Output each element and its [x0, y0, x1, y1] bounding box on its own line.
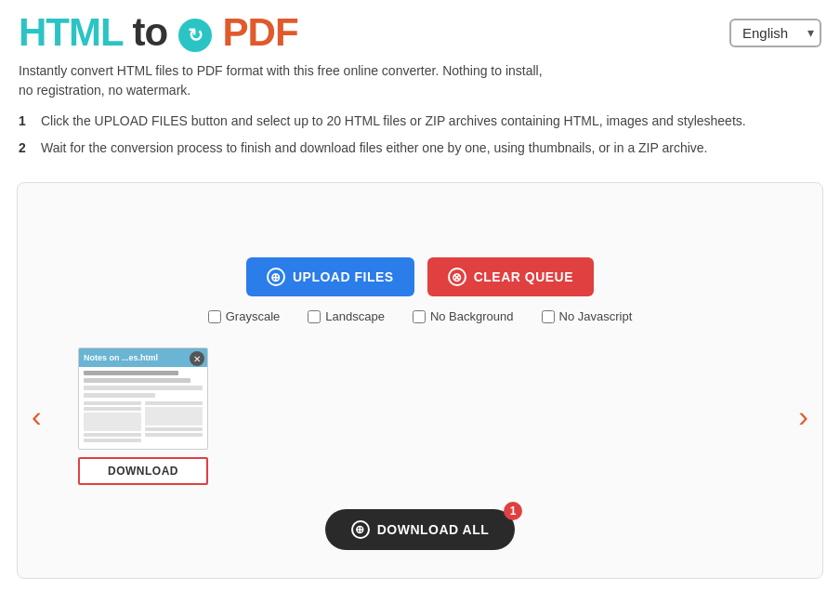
step-1-text: Click the UPLOAD FILES button and select… — [41, 111, 746, 131]
thumb-col-line-1 — [84, 401, 141, 405]
thumb-col-line-2 — [84, 407, 141, 411]
landscape-option[interactable]: Landscape — [308, 309, 385, 323]
thumb-col-line-6 — [145, 427, 203, 431]
thumb-line-2 — [84, 378, 190, 383]
step-1: 1 Click the UPLOAD FILES button and sele… — [19, 111, 821, 131]
file-thumb-header: Notes on ...es.html — [79, 348, 207, 367]
file-item: ✕ Notes on ...es.html — [73, 347, 213, 485]
main-area: ⊕ UPLOAD FILES ⊗ CLEAR QUEUE Grayscale L… — [17, 182, 823, 579]
description-text: Instantly convert HTML files to PDF form… — [19, 63, 543, 98]
download-all-icon: ⊕ — [351, 520, 370, 539]
download-all-label: DOWNLOAD ALL — [377, 522, 490, 537]
thumb-col-line-5 — [145, 401, 203, 405]
file-close-button[interactable]: ✕ — [190, 351, 204, 366]
no-javascript-option[interactable]: No Javascript — [542, 309, 633, 323]
clear-queue-button[interactable]: ⊗ CLEAR QUEUE — [427, 257, 594, 296]
step-2: 2 Wait for the conversion process to fin… — [19, 138, 821, 158]
logo-to: to — [133, 10, 168, 54]
thumb-line-3 — [84, 386, 203, 390]
step-1-num: 1 — [19, 111, 32, 131]
file-name: Notes on ...es.html — [84, 353, 158, 362]
logo-pdf: PDF — [223, 10, 298, 54]
download-all-badge: 1 — [504, 502, 522, 520]
next-arrow[interactable]: › — [794, 400, 813, 434]
upload-files-button[interactable]: ⊕ UPLOAD FILES — [246, 257, 414, 296]
logo-html: HTML — [19, 10, 123, 54]
thumb-col-block-1 — [84, 413, 141, 431]
thumb-col-block-2 — [145, 407, 203, 426]
grayscale-checkbox[interactable] — [208, 310, 221, 323]
grayscale-label: Grayscale — [226, 309, 281, 323]
no-background-option[interactable]: No Background — [413, 309, 514, 323]
prev-arrow[interactable]: ‹ — [27, 400, 46, 434]
download-file-label: DOWNLOAD — [108, 465, 178, 478]
clear-label: CLEAR QUEUE — [474, 269, 573, 284]
header: HTML to ↻ PDF English French German Span… — [0, 0, 840, 61]
thumb-line-1 — [84, 371, 178, 375]
thumb-cols — [84, 401, 203, 444]
download-file-button[interactable]: DOWNLOAD — [78, 457, 208, 485]
no-javascript-checkbox[interactable] — [542, 310, 555, 323]
download-all-button[interactable]: ⊕ DOWNLOAD ALL 1 — [325, 509, 516, 550]
files-area: ‹ ✕ Notes on ...es.html — [36, 342, 804, 491]
landscape-label: Landscape — [325, 309, 385, 323]
logo: HTML to ↻ PDF — [19, 13, 298, 52]
thumb-col-line-4 — [84, 439, 141, 442]
description: Instantly convert HTML files to PDF form… — [0, 61, 576, 111]
file-thumbnail: ✕ Notes on ...es.html — [78, 347, 208, 450]
step-2-num: 2 — [19, 138, 32, 158]
thumb-line-4 — [84, 393, 155, 398]
file-thumb-body — [79, 367, 207, 448]
download-all-row: ⊕ DOWNLOAD ALL 1 — [36, 509, 804, 550]
logo-icon: ↻ — [178, 19, 212, 52]
language-selector-wrapper[interactable]: English French German Spanish — [729, 19, 821, 47]
steps: 1 Click the UPLOAD FILES button and sele… — [0, 111, 840, 182]
upload-icon: ⊕ — [267, 268, 285, 286]
no-background-checkbox[interactable] — [413, 310, 426, 323]
thumb-col-left — [84, 401, 141, 444]
no-javascript-label: No Javascript — [559, 309, 633, 323]
thumb-col-line-7 — [145, 433, 203, 437]
thumb-col-line-3 — [84, 433, 141, 437]
buttons-row: ⊕ UPLOAD FILES ⊗ CLEAR QUEUE — [36, 257, 804, 296]
clear-icon: ⊗ — [448, 268, 466, 286]
no-background-label: No Background — [430, 309, 514, 323]
grayscale-option[interactable]: Grayscale — [208, 309, 281, 323]
checkboxes-row: Grayscale Landscape No Background No Jav… — [36, 309, 804, 323]
language-select[interactable]: English French German Spanish — [729, 19, 821, 47]
upload-label: UPLOAD FILES — [293, 269, 394, 284]
step-2-text: Wait for the conversion process to finis… — [41, 138, 708, 158]
thumb-col-right — [145, 401, 203, 444]
landscape-checkbox[interactable] — [308, 310, 321, 323]
